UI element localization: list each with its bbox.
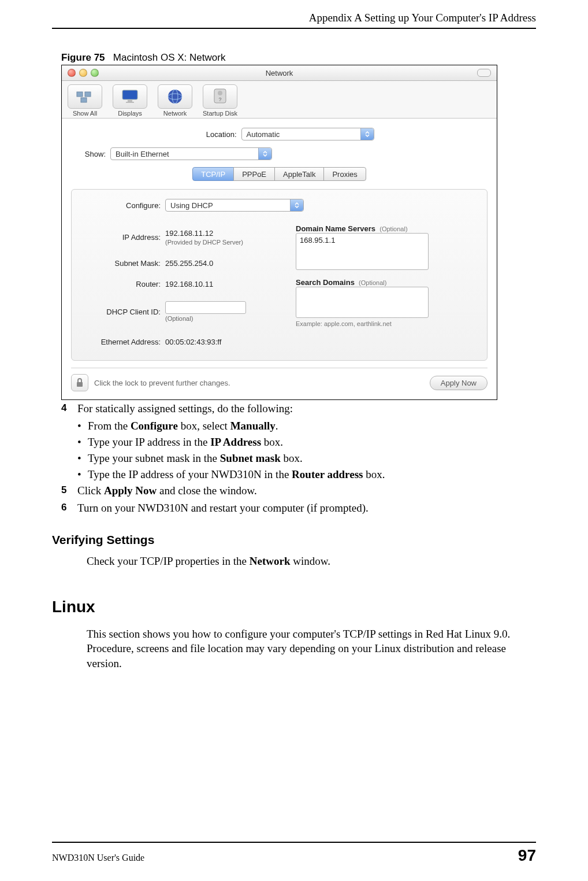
router-label: Router:	[80, 280, 161, 288]
configure-label: Configure:	[80, 201, 161, 210]
bullet-text: Type your subnet mask in the	[88, 452, 220, 464]
svg-rect-5	[126, 102, 134, 103]
svg-rect-12	[77, 382, 83, 387]
step-number: 4	[61, 402, 77, 415]
router-value: 192.168.10.11	[165, 280, 269, 288]
step-text-part: and close the window.	[157, 484, 256, 497]
displays-icon	[113, 84, 147, 109]
tab-tcpip[interactable]: TCP/IP	[192, 167, 234, 181]
show-all-icon	[68, 84, 102, 109]
svg-rect-0	[77, 92, 83, 97]
step-6: 6 Turn on your NWD310N and restart your …	[61, 502, 536, 514]
show-value: Built-in Ethernet	[116, 150, 169, 158]
bullet-bold: Configure	[131, 420, 178, 432]
ethernet-address-label: Ethernet Address:	[80, 338, 161, 346]
step-text: For statically assigned settings, do the…	[77, 402, 293, 415]
location-label: Location:	[185, 130, 237, 139]
ip-note: (Provided by DHCP Server)	[165, 239, 243, 246]
tab-pppoe[interactable]: PPPoE	[233, 167, 275, 181]
svg-rect-1	[85, 92, 91, 97]
show-select[interactable]: Built-in Ethernet	[110, 147, 272, 160]
dhcp-client-id-label: DHCP Client ID:	[80, 308, 161, 316]
step-4: 4 For statically assigned settings, do t…	[61, 402, 536, 415]
svg-rect-2	[81, 98, 87, 102]
verifying-settings-text: Check your TCP/IP properties in the Netw…	[87, 554, 536, 569]
configure-select[interactable]: Using DHCP	[165, 199, 304, 212]
toolbar-label: Show All	[68, 110, 102, 117]
step-5: 5 Click Apply Now and close the window.	[61, 484, 536, 497]
toolbar-network[interactable]: Network	[158, 84, 192, 117]
figure-label: Figure 75	[61, 52, 105, 63]
apply-now-button[interactable]: Apply Now	[430, 376, 487, 390]
show-label: Show:	[71, 150, 106, 158]
bullet-text: box.	[363, 468, 385, 480]
configure-value: Using DHCP	[170, 201, 213, 210]
search-domains-note: (Optional)	[359, 279, 386, 286]
toolbar-toggle-button[interactable]	[477, 69, 491, 77]
bullet-text: box, select	[178, 420, 230, 432]
toolbar-displays[interactable]: Displays	[113, 84, 147, 117]
body-text-part: window.	[291, 555, 331, 567]
network-icon	[158, 84, 192, 109]
chevron-updown-icon	[360, 128, 374, 140]
toolbar-show-all[interactable]: Show All	[68, 84, 102, 117]
tab-proxies[interactable]: Proxies	[323, 167, 366, 181]
header-rule	[52, 28, 536, 29]
chevron-updown-icon	[258, 148, 271, 160]
ip-label: IP Address:	[80, 233, 161, 242]
toolbar-startup-disk[interactable]: ? Startup Disk	[203, 84, 237, 117]
svg-text:?: ?	[218, 97, 221, 102]
bullet-3: Type your subnet mask in the Subnet mask…	[77, 452, 536, 465]
figure-caption-text: Macintosh OS X: Network	[113, 52, 226, 63]
tab-appletalk[interactable]: AppleTalk	[274, 167, 324, 181]
body-text-part: Check your TCP/IP properties in the	[87, 555, 250, 567]
search-domains-example: Example: apple.com, earthlink.net	[296, 320, 479, 327]
search-domains-input[interactable]	[296, 287, 429, 318]
bullet-text: Type the IP address of your NWD310N in t…	[88, 468, 292, 480]
window-titlebar[interactable]: Network	[62, 65, 497, 81]
subnet-value: 255.255.254.0	[165, 259, 269, 268]
step-text: Click Apply Now and close the window.	[77, 484, 257, 497]
location-select[interactable]: Automatic	[241, 128, 374, 140]
page-number: 97	[518, 846, 536, 865]
dns-input[interactable]: 168.95.1.1	[296, 233, 429, 270]
ethernet-address-value: 00:05:02:43:93:ff	[165, 338, 479, 346]
step-number: 6	[61, 502, 77, 514]
svg-point-6	[168, 90, 182, 103]
linux-text: This section shows you how to configure …	[87, 627, 536, 671]
lock-button[interactable]	[71, 374, 88, 391]
toolbar-label: Displays	[113, 110, 147, 117]
bullet-text: .	[276, 420, 278, 432]
step-bold: Apply Now	[104, 484, 157, 497]
tabs: TCP/IP PPPoE AppleTalk Proxies	[71, 167, 487, 181]
verifying-settings-heading: Verifying Settings	[52, 533, 536, 547]
bullet-bold: Router address	[292, 468, 363, 480]
lock-icon	[76, 378, 84, 387]
bullet-4: Type the IP address of your NWD310N in t…	[77, 468, 536, 481]
bullet-1: From the Configure box, select Manually.	[77, 420, 536, 432]
location-value: Automatic	[247, 130, 280, 139]
dhcp-client-id-input[interactable]	[165, 301, 246, 314]
search-domains-label: Search Domains	[296, 278, 355, 287]
bullet-text: Type your IP address in the	[88, 436, 210, 448]
footer-guide: NWD310N User's Guide	[52, 853, 144, 863]
bullet-bold: Subnet mask	[220, 452, 281, 464]
toolbar-label: Startup Disk	[203, 110, 237, 117]
body-bold: Network	[250, 555, 291, 567]
lock-text: Click the lock to prevent further change…	[94, 379, 424, 387]
macosx-network-window: Network Show All Displays Network	[61, 65, 497, 400]
window-title: Network	[62, 69, 497, 77]
svg-rect-3	[122, 90, 137, 99]
dns-label: Domain Name Servers	[296, 224, 375, 233]
bullet-text: box.	[281, 452, 303, 464]
startup-disk-icon: ?	[203, 84, 237, 109]
figure-caption: Figure 75 Macintosh OS X: Network	[61, 52, 536, 64]
step-number: 5	[61, 484, 77, 497]
step-text-part: Click	[77, 484, 104, 497]
bullet-text: box.	[261, 436, 283, 448]
bullet-bold: IP Address	[210, 436, 261, 448]
svg-rect-4	[128, 100, 132, 102]
dhcp-client-id-note: (Optional)	[165, 315, 193, 322]
chevron-updown-icon	[290, 199, 303, 211]
footer-rule	[52, 842, 536, 843]
